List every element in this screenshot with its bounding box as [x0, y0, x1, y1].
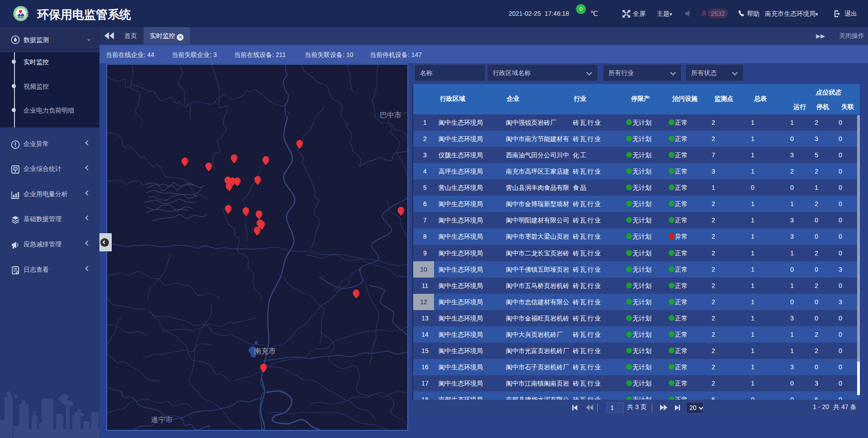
svg-text:巴中市: 巴中市: [380, 111, 401, 119]
svg-text:遂宁市: 遂宁市: [151, 416, 173, 424]
svg-text:南充市: 南充市: [254, 347, 276, 355]
